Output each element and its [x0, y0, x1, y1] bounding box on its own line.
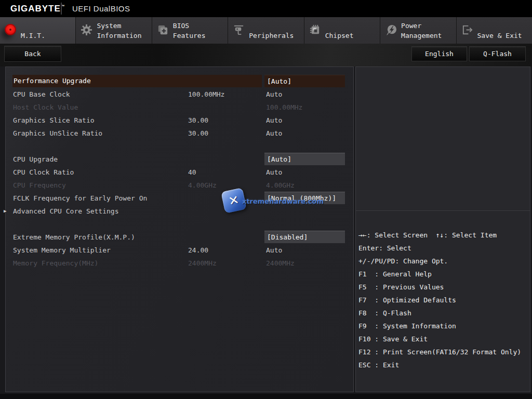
setting-label: Extreme Memory Profile(X.M.P.) [13, 231, 135, 244]
chipset-icon [309, 24, 323, 36]
setting-label: Graphics UnSlice Ratio [13, 127, 102, 140]
logo-divider [61, 3, 62, 15]
setting-current-value: 30.00 [188, 127, 208, 140]
gigabyte-logo: GIGABYTE™ [10, 4, 65, 14]
uefi-title: UEFI DualBIOS [72, 4, 130, 13]
bios-plus-icon [157, 24, 170, 36]
tab-label: Power [401, 21, 442, 31]
tab-label: Peripherals [249, 31, 294, 41]
settings-panel: Performance Upgrade[Auto]CPU Base Clock1… [5, 66, 354, 392]
setting-current-value: 2400MHz [188, 257, 217, 270]
setting-option-value: Auto [266, 166, 282, 179]
tab-label-group: SystemInformation [97, 21, 141, 41]
setting-row[interactable]: Performance Upgrade[Auto] [6, 75, 353, 88]
setting-label: Performance Upgrade [12, 75, 262, 87]
setting-label: CPU Upgrade [13, 153, 58, 166]
setting-option-value: Auto [266, 88, 282, 101]
setting-option-value: [Auto] [264, 153, 345, 165]
help-line: ESC : Exit [358, 358, 529, 371]
tab-label-group: M.I.T. [21, 31, 45, 41]
setting-row[interactable]: CPU Frequency4.00GHz4.00GHz [6, 179, 353, 192]
setting-option-value: [Auto] [264, 75, 345, 87]
setting-label: CPU Clock Ratio [13, 166, 74, 179]
tab-chipset[interactable]: Chipset [304, 17, 380, 44]
setting-row[interactable]: Graphics Slice Ratio30.00Auto [6, 114, 353, 127]
setting-label: CPU Base Clock [13, 88, 70, 101]
setting-row[interactable]: Extreme Memory Profile(X.M.P.)[Disabled] [6, 231, 353, 244]
setting-row[interactable]: CPU Clock Ratio40Auto [6, 166, 353, 179]
top-bar: GIGABYTE™ UEFI DualBIOS [0, 0, 532, 17]
qflash-button[interactable]: Q-Flash [469, 46, 526, 61]
tab-label-group: PowerManagement [401, 21, 442, 41]
help-line: F8 : Q-Flash [358, 307, 529, 320]
setting-row[interactable]: CPU Upgrade[Auto] [6, 153, 353, 166]
setting-option-value: Auto [266, 114, 282, 127]
setting-label: FCLK Frequency for Early Power On [13, 192, 147, 205]
toolbar-strip: Back English Q-Flash [0, 44, 532, 66]
workspace: Performance Upgrade[Auto]CPU Base Clock1… [0, 66, 532, 394]
power-bolt-icon [385, 24, 398, 36]
setting-current-value: 100.00MHz [188, 88, 224, 101]
setting-option-value: 100.00MHz [266, 101, 302, 114]
tab-label-group: BIOSFeatures [173, 21, 206, 41]
setting-current-value: 24.00 [188, 244, 208, 257]
help-description-box [356, 67, 530, 211]
setting-label: CPU Frequency [13, 179, 66, 192]
setting-option-value: Auto [266, 244, 282, 257]
help-line: +/-/PU/PD: Change Opt. [358, 255, 529, 268]
help-line: F5 : Previous Values [358, 281, 529, 294]
setting-option-value: 2400MHz [266, 257, 295, 270]
tab-label: M.I.T. [21, 31, 45, 41]
setting-row[interactable]: Graphics UnSlice Ratio30.00Auto [6, 127, 353, 140]
watermark-text: xtremehardware.com [242, 197, 324, 205]
setting-row[interactable]: Memory Frequency(MHz)2400MHz2400MHz [6, 257, 353, 270]
tab-mit[interactable]: M.I.T. [0, 17, 75, 44]
setting-label: Graphics Slice Ratio [13, 114, 95, 127]
tab-system-information[interactable]: SystemInformation [75, 17, 151, 44]
tab-label-group: Peripherals [249, 31, 294, 41]
setting-row[interactable]: System Memory Multiplier24.00Auto [6, 244, 353, 257]
language-button[interactable]: English [411, 46, 467, 61]
section-gap [6, 140, 353, 153]
tab-peripherals[interactable]: Peripherals [228, 17, 303, 44]
help-line: F12 : Print Screen(FAT16/32 Format Only) [358, 345, 529, 358]
setting-current-value: 40 [188, 166, 196, 179]
tab-save-exit[interactable]: Save & Exit [456, 17, 532, 44]
tab-label: Information [97, 31, 141, 41]
settings-list: Performance Upgrade[Auto]CPU Base Clock1… [6, 67, 353, 270]
setting-current-value: 4.00GHz [188, 179, 217, 192]
bios-screen: GIGABYTE™ UEFI DualBIOS M.I.T.SystemInfo… [0, 0, 532, 399]
help-line: F1 : General Help [358, 268, 529, 281]
setting-row[interactable]: CPU Base Clock100.00MHzAuto [6, 88, 353, 101]
setting-current-value: 30.00 [188, 114, 208, 127]
tab-label: Save & Exit [477, 31, 522, 41]
setting-option-value: Auto [266, 127, 282, 140]
help-keys: →←: Select Screen ↑↓: Select ItemEnter: … [358, 211, 529, 371]
section-gap [6, 218, 353, 231]
peripherals-icon [233, 24, 246, 36]
help-line: →←: Select Screen ↑↓: Select Item [358, 229, 529, 242]
back-button[interactable]: Back [4, 46, 61, 62]
exit-door-icon [461, 24, 475, 36]
tab-bios-features[interactable]: BIOSFeatures [152, 17, 228, 44]
mit-red-dot-icon [5, 24, 18, 36]
tab-label: BIOS [173, 21, 206, 31]
tab-label: Features [173, 31, 206, 41]
help-line: F7 : Optimized Defaults [358, 294, 529, 307]
setting-label: Memory Frequency(MHz) [13, 257, 98, 270]
tab-label: Management [401, 31, 442, 41]
tab-bar: M.I.T.SystemInformationBIOSFeaturesPerip… [0, 17, 532, 44]
tab-label-group: Save & Exit [477, 31, 522, 41]
help-panel: →←: Select Screen ↑↓: Select ItemEnter: … [355, 66, 530, 392]
tab-label: Chipset [325, 31, 354, 41]
tab-label: System [97, 21, 141, 31]
setting-label: Advanced CPU Core Settings [13, 205, 119, 218]
tab-power-management[interactable]: PowerManagement [380, 17, 456, 44]
help-line: Enter: Select [358, 242, 529, 255]
help-line: F9 : System Information [358, 320, 529, 332]
setting-row[interactable]: Host Clock Value100.00MHz [6, 101, 353, 114]
setting-label: Host Clock Value [13, 101, 78, 114]
setting-label: System Memory Multiplier [13, 244, 111, 257]
setting-row[interactable]: ▶Advanced CPU Core Settings [6, 205, 353, 218]
help-line: F10 : Save & Exit [358, 332, 529, 345]
